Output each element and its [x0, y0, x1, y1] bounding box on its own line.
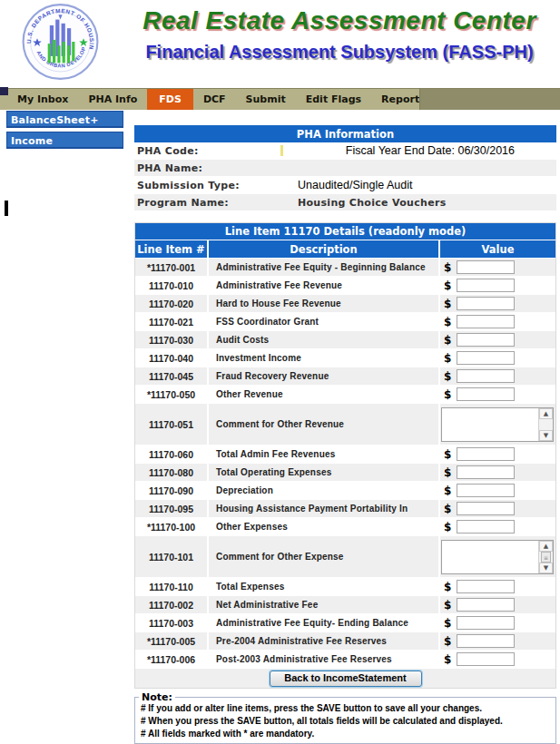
table-row: 11170-110Total Expenses$ [135, 578, 555, 595]
pha-field-label: Program Name: [134, 197, 298, 209]
currency-symbol: $ [444, 521, 451, 534]
currency-symbol: $ [444, 261, 451, 274]
nav-item-fds[interactable]: FDS [147, 89, 193, 110]
line-item-description: Depreciation [209, 482, 438, 499]
line-item-value-cell: $ [440, 482, 555, 499]
nav-item-dcf[interactable]: DCF [193, 89, 236, 110]
comment-textarea[interactable] [442, 408, 538, 441]
line-item-description: Investment Income [209, 349, 438, 367]
table-row: 11170-002Net Administrative Fee$ [135, 596, 555, 613]
line-item-description: Total Expenses [209, 578, 438, 595]
navbar-items: My InboxPHA InfoFDSDCFSubmitEdit FlagsRe… [0, 89, 419, 110]
currency-symbol: $ [444, 316, 451, 328]
back-to-income-statement-button[interactable]: Back to IncomeStatement [270, 671, 422, 687]
table-row: *11170-001Administrative Fee Equity - Be… [135, 259, 555, 276]
table-row: 11170-021FSS Coordinator Grant$ [135, 313, 555, 330]
nav-item-edit-flags[interactable]: Edit Flags [296, 89, 371, 110]
scrollbar-down-icon[interactable]: ▼ [539, 563, 553, 573]
line-item-number: 11170-021 [135, 313, 207, 330]
text-cursor-artifact [5, 201, 8, 216]
line-item-description: Hard to House Fee Revenue [209, 295, 438, 312]
currency-symbol: $ [444, 599, 451, 612]
line-item-number: 11170-002 [135, 596, 207, 613]
line-item-value-cell: $ [440, 386, 555, 403]
line-item-number: 11170-090 [135, 482, 207, 499]
value-input[interactable] [457, 598, 515, 612]
line-item-table-title: Line Item 11170 Details (readonly mode) [135, 223, 555, 240]
line-item-value-cell: $ [440, 614, 555, 631]
value-input[interactable] [457, 297, 515, 310]
value-input[interactable] [457, 502, 515, 515]
currency-symbol: $ [444, 653, 451, 666]
main-navbar: My InboxPHA InfoFDSDCFSubmitEdit FlagsRe… [0, 88, 560, 110]
value-input[interactable] [457, 465, 515, 479]
sidebar-item-balancesheet[interactable]: BalanceSheet+ [6, 111, 123, 128]
value-input[interactable] [457, 260, 515, 274]
value-input[interactable] [457, 279, 515, 292]
table-row: *11170-100Other Expenses$ [135, 518, 555, 535]
textarea-scrollbar: ▲▼ [538, 408, 553, 441]
line-item-description: Comment for Other Revenue [209, 404, 438, 445]
sidebar-item-income-statement[interactable]: Income Statement+ [6, 132, 123, 149]
line-item-value-cell: $ [440, 295, 555, 312]
value-input[interactable] [457, 520, 515, 534]
scrollbar-down-icon[interactable]: ▼ [539, 430, 553, 441]
line-item-description: Administrative Fee Equity- Ending Balanc… [209, 614, 438, 631]
scrollbar-up-icon[interactable]: ▲ [539, 408, 553, 419]
line-item-value-cell: $ [440, 651, 555, 668]
line-item-number: 11170-010 [135, 277, 207, 294]
redaction-artifact [280, 145, 283, 156]
value-input[interactable] [457, 447, 515, 461]
note-line: # All fields marked with * are mandatory… [141, 728, 550, 740]
table-body: *11170-001Administrative Fee Equity - Be… [135, 259, 555, 668]
currency-symbol: $ [444, 279, 451, 292]
pha-field-value: Housing Choice Vouchers [298, 197, 446, 209]
line-item-value-cell: $ [440, 518, 555, 535]
line-item-number: 11170-060 [135, 445, 207, 463]
value-input[interactable] [457, 580, 515, 593]
scrollbar-thumb[interactable]: ≡ [541, 552, 551, 563]
scrollbar-up-icon[interactable]: ▲ [539, 541, 553, 552]
value-input[interactable] [457, 315, 515, 328]
table-row: *11170-050Other Revenue$ [135, 386, 555, 403]
pha-information-header: PHA Information [134, 125, 556, 142]
line-item-number: *11170-100 [135, 518, 207, 535]
value-input[interactable] [457, 351, 515, 365]
comment-field: ▲▼ [441, 407, 554, 442]
table-row: 11170-003Administrative Fee Equity- Endi… [135, 614, 555, 631]
pha-field-label: Submission Type: [134, 180, 298, 191]
value-input[interactable] [457, 369, 515, 383]
masthead: U.S. DEPARTMENT OF HOUSING AND URBAN DEV… [0, 0, 560, 88]
value-input[interactable] [457, 333, 515, 347]
line-item-value-cell: $ [440, 500, 555, 517]
textarea-scrollbar: ▲≡▼ [538, 541, 553, 573]
line-item-value-cell: $ [440, 632, 555, 650]
value-input[interactable] [457, 387, 515, 401]
value-input[interactable] [457, 634, 515, 648]
nav-item-pha-info[interactable]: PHA Info [78, 89, 147, 110]
value-input[interactable] [457, 484, 515, 497]
note-legend: Note: [139, 691, 175, 703]
line-item-number: 11170-051 [135, 404, 207, 445]
line-item-number: 11170-003 [135, 614, 207, 631]
nav-item-submit[interactable]: Submit [236, 89, 296, 110]
comment-textarea[interactable] [442, 541, 538, 573]
line-item-number: *11170-001 [135, 259, 207, 276]
value-input[interactable] [457, 652, 515, 666]
line-item-number: 11170-040 [135, 349, 207, 367]
pha-field-label: PHA Code: [134, 145, 298, 157]
currency-symbol: $ [444, 370, 451, 383]
table-row: 11170-060Total Admin Fee Revenues$ [135, 445, 555, 463]
line-item-value-cell: $ [440, 259, 555, 276]
line-item-number: 11170-095 [135, 500, 207, 517]
table-row: 11170-030Audit Costs$ [135, 331, 555, 348]
currency-symbol: $ [444, 635, 451, 648]
table-row: 11170-051Comment for Other Revenue▲▼ [135, 404, 555, 445]
currency-symbol: $ [444, 581, 451, 593]
navbar-filler [419, 89, 560, 110]
line-item-value-cell: $ [440, 445, 555, 463]
nav-item-my-inbox[interactable]: My Inbox [7, 89, 78, 110]
table-row: 11170-101Comment for Other Expense▲≡▼ [135, 536, 555, 577]
value-input[interactable] [457, 616, 515, 630]
table-row: 11170-045Fraud Recovery Revenue$ [135, 367, 555, 385]
